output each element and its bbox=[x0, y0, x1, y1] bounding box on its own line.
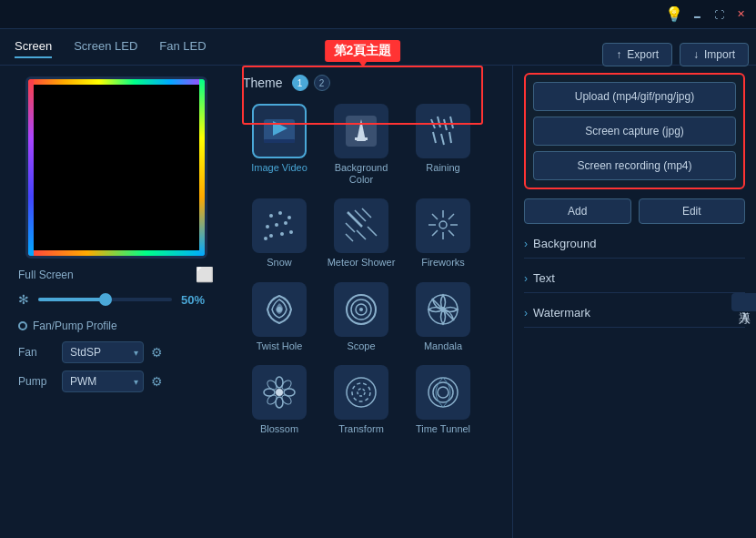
theme-icon-box-transform bbox=[334, 365, 388, 420]
theme-item-blossom[interactable]: Blossom bbox=[243, 365, 316, 435]
accordion-header-background[interactable]: › Background bbox=[524, 237, 745, 250]
minimize-button[interactable]: 🗕 bbox=[689, 6, 705, 23]
svg-line-9 bbox=[450, 117, 453, 128]
theme-item-meteor-shower[interactable]: Meteor Shower bbox=[325, 198, 398, 269]
pump-select-wrapper: PWM DC Auto bbox=[62, 371, 144, 392]
svg-point-43 bbox=[359, 308, 363, 311]
theme-label-raining: Raining bbox=[426, 162, 459, 174]
brightness-slider-fill bbox=[38, 298, 106, 301]
brightness-icon: ✻ bbox=[18, 292, 29, 307]
maximize-button[interactable]: ⛶ bbox=[711, 6, 727, 23]
svg-point-46 bbox=[276, 389, 283, 396]
fan-select[interactable]: StdSP Silent Performance bbox=[62, 341, 144, 363]
title-bar: 💡 🗕 ⛶ ✕ bbox=[0, 0, 756, 29]
fan-gear-button[interactable]: ⚙ bbox=[151, 345, 163, 360]
upload-button[interactable]: Upload (mp4/gif/png/jpg) bbox=[533, 82, 736, 111]
svg-line-25 bbox=[362, 208, 371, 218]
fan-select-wrapper: StdSP Silent Performance bbox=[62, 341, 144, 363]
page-dot-1[interactable]: 1 bbox=[292, 75, 308, 91]
svg-line-36 bbox=[449, 230, 454, 236]
background-color-icon bbox=[342, 112, 380, 150]
page-dot-2[interactable]: 2 bbox=[314, 75, 330, 91]
add-button[interactable]: Add bbox=[524, 198, 631, 224]
preview-border-left bbox=[28, 79, 34, 256]
svg-line-12 bbox=[449, 132, 451, 143]
accordion-text: › Text bbox=[524, 264, 745, 293]
theme-label-twist-hole: Twist Hole bbox=[257, 340, 303, 352]
lightbulb-icon: 💡 bbox=[665, 5, 683, 23]
pump-select[interactable]: PWM DC Auto bbox=[62, 371, 144, 392]
brightness-slider-track[interactable] bbox=[38, 298, 172, 301]
blossom-icon bbox=[260, 373, 298, 411]
chevron-icon-watermark: › bbox=[524, 307, 528, 320]
svg-line-37 bbox=[449, 214, 454, 219]
svg-point-18 bbox=[284, 221, 287, 225]
theme-label-fireworks: Fireworks bbox=[421, 257, 465, 269]
snow-icon bbox=[260, 207, 298, 245]
svg-point-57 bbox=[358, 389, 365, 396]
svg-point-30 bbox=[439, 221, 447, 228]
pump-gear-button[interactable]: ⚙ bbox=[151, 374, 163, 389]
theme-icon-box-scope bbox=[334, 282, 388, 337]
import-side-label[interactable]: 導入 bbox=[731, 293, 756, 311]
theme-label-mandala: Mandala bbox=[424, 340, 462, 352]
edit-button[interactable]: Edit bbox=[639, 198, 746, 224]
theme-item-fireworks[interactable]: Fireworks bbox=[407, 198, 479, 269]
fan-pump-section: Fan/Pump Profile Fan StdSP Silent Perfor… bbox=[11, 320, 221, 400]
svg-line-28 bbox=[357, 230, 366, 239]
theme-icon-box-fireworks bbox=[416, 198, 470, 253]
record-button[interactable]: Screen recording (mp4) bbox=[533, 151, 736, 180]
capture-button[interactable]: Screen capture (jpg) bbox=[533, 117, 736, 146]
tab-fan-led[interactable]: Fan LED bbox=[159, 36, 206, 58]
svg-rect-5 bbox=[355, 137, 368, 140]
svg-point-56 bbox=[352, 383, 370, 401]
theme-item-snow[interactable]: Snow bbox=[243, 198, 316, 269]
tab-screen-led[interactable]: Screen LED bbox=[74, 36, 137, 58]
import-icon: ↓ bbox=[693, 48, 699, 61]
fireworks-icon bbox=[424, 207, 462, 245]
svg-point-39 bbox=[277, 307, 282, 312]
tab-screen[interactable]: Screen bbox=[15, 36, 52, 58]
meteor-shower-icon bbox=[342, 207, 380, 245]
svg-line-6 bbox=[431, 119, 435, 128]
accordion-label-background: Background bbox=[533, 237, 596, 250]
theme-label-meteor-shower: Meteor Shower bbox=[328, 257, 396, 269]
accordion-header-watermark[interactable]: › Watermark bbox=[524, 306, 745, 320]
theme-label: Theme bbox=[243, 76, 283, 90]
theme-header: Theme 1 2 bbox=[243, 75, 501, 91]
export-button[interactable]: ↑ Export bbox=[602, 43, 672, 66]
theme-label-scope: Scope bbox=[347, 340, 375, 352]
fan-pump-label-row: Fan/Pump Profile bbox=[18, 320, 214, 332]
import-button[interactable]: ↓ Import bbox=[680, 43, 749, 66]
pump-label: Pump bbox=[18, 375, 55, 388]
screen-preview bbox=[25, 76, 207, 259]
theme-item-raining[interactable]: Raining bbox=[407, 104, 479, 186]
theme-item-twist-hole[interactable]: Twist Hole bbox=[243, 282, 316, 352]
scope-icon bbox=[342, 290, 380, 329]
preview-border-right bbox=[199, 79, 205, 256]
brightness-slider-thumb[interactable] bbox=[99, 293, 112, 306]
theme-item-image-video[interactable]: Image Video bbox=[243, 104, 316, 186]
svg-line-26 bbox=[346, 223, 355, 232]
svg-point-15 bbox=[287, 216, 291, 219]
theme-item-transform[interactable]: Transform bbox=[325, 365, 398, 435]
theme-item-mandala[interactable]: Mandala bbox=[407, 282, 479, 352]
theme-item-time-tunnel[interactable]: Time Tunnel bbox=[407, 365, 479, 435]
close-button[interactable]: ✕ bbox=[732, 6, 749, 23]
theme-item-scope[interactable]: Scope bbox=[325, 282, 398, 352]
svg-point-16 bbox=[266, 225, 269, 228]
svg-rect-2 bbox=[264, 139, 295, 143]
mandala-icon bbox=[424, 290, 462, 329]
preview-border-top bbox=[28, 79, 205, 85]
theme-label-transform: Transform bbox=[338, 423, 384, 435]
svg-point-21 bbox=[289, 230, 293, 234]
svg-point-22 bbox=[264, 237, 267, 240]
fan-pump-circle-icon bbox=[18, 321, 27, 330]
svg-point-13 bbox=[269, 214, 273, 218]
theme-item-background-color[interactable]: Background Color bbox=[325, 104, 398, 186]
theme-icon-box-twist-hole bbox=[252, 282, 307, 337]
right-panel: Upload (mp4/gif/png/jpg) Screen capture … bbox=[512, 66, 756, 538]
add-edit-row: Add Edit bbox=[524, 198, 745, 224]
accordion-header-text[interactable]: › Text bbox=[524, 271, 745, 285]
theme-label-image-video: Image Video bbox=[251, 162, 307, 174]
